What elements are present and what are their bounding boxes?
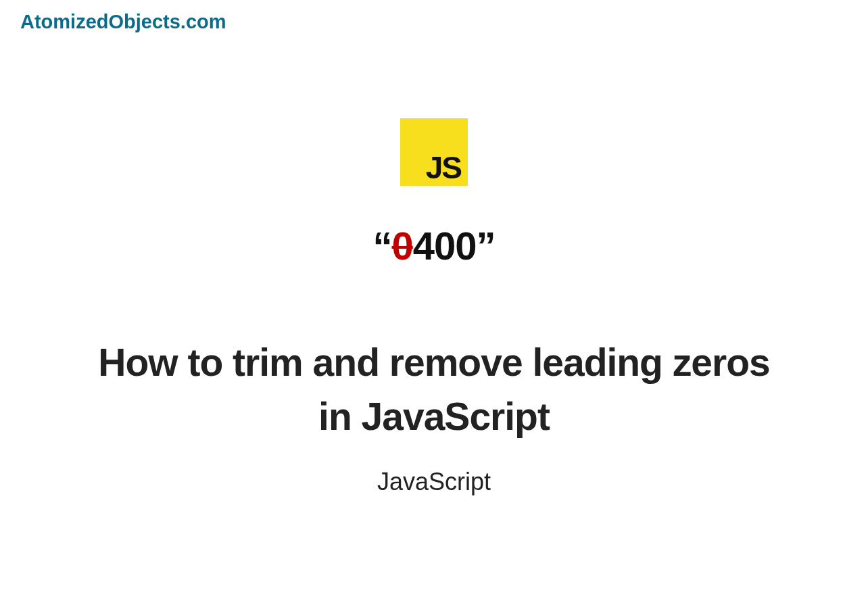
article-title: How to trim and remove leading zeros in … bbox=[96, 336, 772, 444]
struck-zero: 0 bbox=[391, 224, 412, 268]
quote-close: ” bbox=[477, 224, 496, 268]
quote-open: “ bbox=[372, 224, 391, 268]
site-name-link[interactable]: AtomizedObjects.com bbox=[20, 11, 226, 33]
main-content: JS “0400” How to trim and remove leading… bbox=[0, 118, 868, 496]
javascript-logo-icon: JS bbox=[400, 118, 468, 186]
code-example: “0400” bbox=[372, 223, 495, 268]
js-logo-text: JS bbox=[426, 152, 461, 183]
category-label: JavaScript bbox=[377, 468, 491, 496]
example-rest: 400 bbox=[413, 224, 477, 268]
